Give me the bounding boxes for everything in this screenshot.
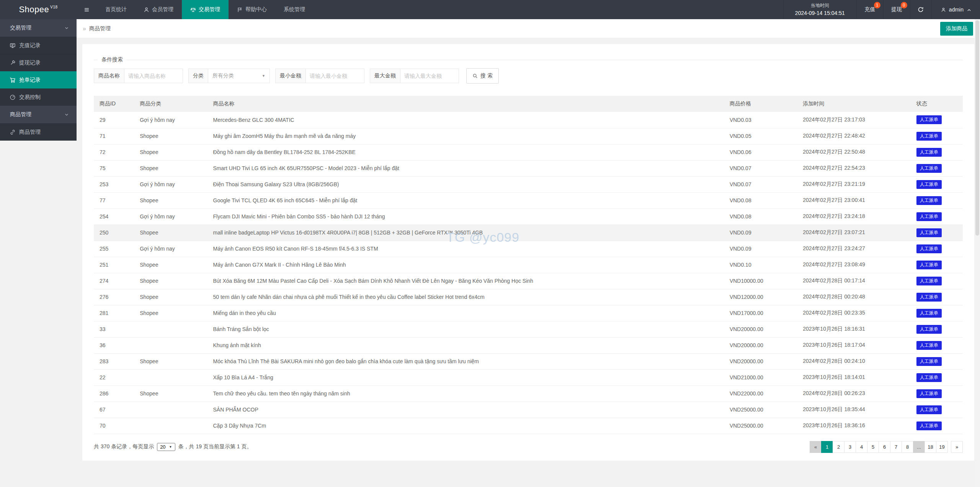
pagination-page[interactable]: 19 bbox=[936, 441, 948, 453]
manual-dispatch-button[interactable]: 人工派单 bbox=[916, 277, 942, 285]
cell-added-time: 2024年02月28日 00:23:35 bbox=[797, 305, 911, 321]
sidebar-item-product-management[interactable]: 商品管理 bbox=[0, 123, 77, 141]
manual-dispatch-button[interactable]: 人工派单 bbox=[916, 421, 942, 430]
cell-category: Shopee bbox=[134, 353, 207, 369]
table-row: 71 Shopee Máy ghi âm ZoomH5 Máy thu âm m… bbox=[94, 128, 963, 144]
tab-member-management[interactable]: 会员管理 bbox=[135, 0, 182, 19]
pagination-page[interactable]: 4 bbox=[856, 441, 867, 453]
cell-product-name: Cặp 3 Dây Nhựa 7Cm bbox=[207, 418, 724, 434]
pagination-page[interactable]: 7 bbox=[890, 441, 902, 453]
manual-dispatch-button[interactable]: 人工派单 bbox=[916, 357, 942, 366]
cell-added-time: 2024年02月28日 00:24:10 bbox=[797, 353, 911, 369]
tab-system-management[interactable]: 系统管理 bbox=[275, 0, 314, 19]
pagination-page[interactable]: 3 bbox=[844, 441, 856, 453]
vertical-scrollbar[interactable] bbox=[975, 19, 980, 487]
manual-dispatch-button[interactable]: 人工派单 bbox=[916, 180, 942, 189]
manual-dispatch-button[interactable]: 人工派单 bbox=[916, 325, 942, 334]
manual-dispatch-button[interactable]: 人工派单 bbox=[916, 405, 942, 414]
pagination-prev[interactable]: « bbox=[810, 441, 822, 453]
pagination-next[interactable]: » bbox=[951, 441, 963, 453]
min-amount-input[interactable] bbox=[306, 69, 364, 83]
cell-product-name: Xấp 10 Bìa Lá A4 - Trắng bbox=[207, 369, 724, 385]
pagination-page[interactable]: ... bbox=[913, 441, 925, 453]
sidebar-item-label: 抢单记录 bbox=[19, 77, 41, 84]
cell-product-name: Google Tivi TCL QLED 4K 65 inch 65C645 -… bbox=[207, 192, 724, 208]
tab-home-statistics[interactable]: 首页统计 bbox=[97, 0, 135, 19]
cell-added-time: 2023年10月26日 18:36:16 bbox=[797, 418, 911, 434]
cell-product-id: 251 bbox=[94, 257, 134, 273]
scrollbar-thumb[interactable] bbox=[975, 20, 979, 236]
add-product-button[interactable]: 添加商品 bbox=[940, 22, 973, 36]
cell-product-id: 255 bbox=[94, 241, 134, 257]
filter-row: 商品名称 分类 所有分类 ▼ 最小金额 bbox=[94, 68, 963, 84]
manual-dispatch-button[interactable]: 人工派单 bbox=[916, 341, 942, 350]
search-button[interactable]: 搜 索 bbox=[466, 68, 499, 84]
manual-dispatch-button[interactable]: 人工派单 bbox=[916, 373, 942, 382]
manual-dispatch-button[interactable]: 人工派单 bbox=[916, 261, 942, 269]
cell-status: 人工派单 bbox=[911, 208, 963, 225]
withdraw-label: 提现 bbox=[891, 6, 902, 13]
recharge-shortcut[interactable]: 充值 1 bbox=[856, 0, 883, 19]
manual-dispatch-button[interactable]: 人工派单 bbox=[916, 389, 942, 398]
max-amount-input[interactable] bbox=[400, 69, 459, 83]
tab-label: 帮助中心 bbox=[245, 6, 267, 13]
cell-product-id: 77 bbox=[94, 192, 134, 208]
tab-transaction-management[interactable]: 交易管理 bbox=[182, 0, 229, 19]
sidebar-group-product[interactable]: 商品管理 bbox=[0, 106, 77, 123]
refresh-button[interactable] bbox=[910, 0, 931, 19]
gavel-icon bbox=[10, 60, 16, 66]
pagination-page[interactable]: 1 bbox=[821, 441, 833, 453]
manual-dispatch-button[interactable]: 人工派单 bbox=[916, 148, 942, 157]
cell-product-id: 286 bbox=[94, 385, 134, 402]
tab-help-center[interactable]: 帮助中心 bbox=[229, 0, 275, 19]
pagination-page[interactable]: 8 bbox=[902, 441, 913, 453]
scales-icon bbox=[190, 7, 196, 13]
manual-dispatch-button[interactable]: 人工派单 bbox=[916, 212, 942, 221]
cell-product-name: Miếng dán in theo yêu cầu bbox=[207, 305, 724, 321]
topbar-right: 当地时间 2024-09-14 15:04:51 充值 1 提现 0 admin bbox=[783, 0, 980, 19]
manual-dispatch-button[interactable]: 人工派单 bbox=[916, 309, 942, 318]
cell-product-name: Máy ảnh Canon G7X Mark II - Chính Hãng L… bbox=[207, 257, 724, 273]
local-time-value: 2024-09-14 15:04:51 bbox=[795, 9, 845, 17]
pagination-page[interactable]: 5 bbox=[867, 441, 879, 453]
manual-dispatch-button[interactable]: 人工派单 bbox=[916, 228, 942, 237]
user-menu[interactable]: admin bbox=[931, 0, 980, 19]
link-icon bbox=[10, 129, 16, 135]
manual-dispatch-button[interactable]: 人工派单 bbox=[916, 196, 942, 205]
manual-dispatch-button[interactable]: 人工派单 bbox=[916, 164, 942, 173]
pagination-page[interactable]: 18 bbox=[924, 441, 936, 453]
cell-status: 人工派单 bbox=[911, 418, 963, 434]
table-row: 33 Bánh Tráng Sắn bột lọc VND20000.00 20… bbox=[94, 321, 963, 337]
cell-status: 人工派单 bbox=[911, 402, 963, 418]
page-size-select[interactable]: 20 ▼ bbox=[157, 443, 175, 451]
category-select[interactable]: 所有分类 ▼ bbox=[208, 69, 270, 83]
cell-product-id: 276 bbox=[94, 289, 134, 305]
manual-dispatch-button[interactable]: 人工派单 bbox=[916, 132, 942, 141]
sidebar-item-recharge-records[interactable]: 充值记录 bbox=[0, 37, 77, 54]
chevron-up-icon bbox=[967, 8, 971, 12]
pagination-page[interactable]: 6 bbox=[879, 441, 890, 453]
sidebar-item-transaction-control[interactable]: 交易控制 bbox=[0, 89, 77, 106]
app-name: Shopee bbox=[19, 5, 49, 15]
sidebar-item-withdraw-records[interactable]: 提现记录 bbox=[0, 54, 77, 71]
sidebar-item-label: 充值记录 bbox=[19, 42, 41, 49]
table-row: 72 Shopee Đồng hồ nam dây da Bentley BL1… bbox=[94, 144, 963, 160]
withdraw-shortcut[interactable]: 提现 0 bbox=[883, 0, 910, 19]
product-name-input[interactable] bbox=[124, 69, 183, 83]
pagination-page[interactable]: 2 bbox=[833, 441, 844, 453]
sidebar-group-transaction[interactable]: 交易管理 bbox=[0, 19, 77, 37]
table-row: 274 Shopee Bút Xóa Băng 6M 12M Màu Paste… bbox=[94, 273, 963, 289]
manual-dispatch-button[interactable]: 人工派单 bbox=[916, 115, 942, 124]
category-selected-value: 所有分类 bbox=[212, 72, 234, 79]
cell-added-time: 2024年02月27日 22:50:48 bbox=[797, 144, 911, 160]
manual-dispatch-button[interactable]: 人工派单 bbox=[916, 293, 942, 302]
person-icon bbox=[941, 7, 946, 12]
sidebar-item-order-grab-records[interactable]: 抢单记录 bbox=[0, 71, 77, 89]
cell-category: Shopee bbox=[134, 144, 207, 160]
cell-product-name: Bút Xóa Băng 6M 12M Màu Pastel Cao Cấp D… bbox=[207, 273, 724, 289]
cell-added-time: 2024年02月27日 22:54:23 bbox=[797, 160, 911, 176]
manual-dispatch-button[interactable]: 人工派单 bbox=[916, 244, 942, 253]
menu-collapse-button[interactable] bbox=[77, 0, 97, 19]
cell-category: Gợi ý hôm nay bbox=[134, 176, 207, 192]
table-row: 276 Shopee 50 tem dán ly cafe Nhãn dán c… bbox=[94, 289, 963, 305]
